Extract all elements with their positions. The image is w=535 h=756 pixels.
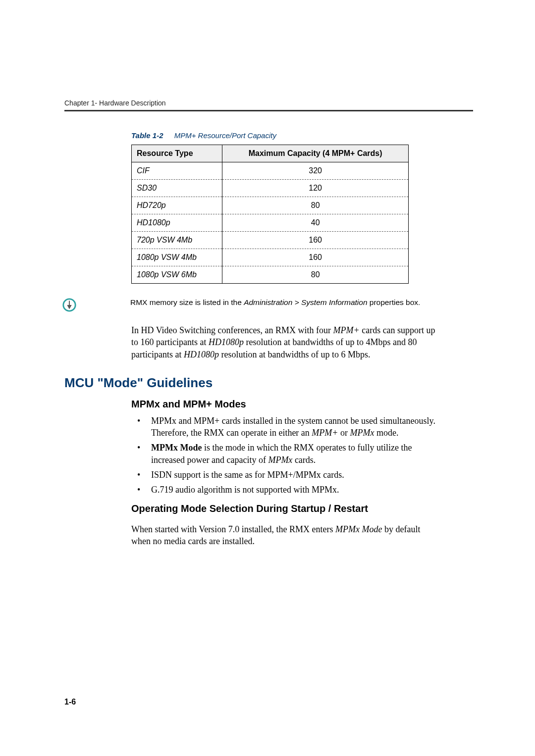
- capacity-cell: 160: [222, 232, 409, 249]
- note-text: RMX memory size is listed in the Adminis…: [130, 298, 420, 308]
- table-row: 720p VSW 4Mb 160: [132, 232, 409, 249]
- para-text: When started with Version 7.0 installed,…: [131, 524, 335, 534]
- list-text: MPM+: [312, 428, 338, 438]
- list-text: MPMx Mode: [151, 443, 202, 453]
- table-row: CIF 320: [132, 162, 409, 180]
- table-row: 1080p VSW 4Mb 160: [132, 249, 409, 266]
- capacity-cell: 320: [222, 162, 409, 180]
- list-text: mode.: [374, 428, 398, 438]
- table-caption: Table 1-2 MPM+ Resource/Port Capacity: [131, 131, 473, 140]
- note-mid: Administration > System Information: [244, 298, 367, 306]
- capacity-table: Resource Type Maximum Capacity (4 MPM+ C…: [131, 145, 409, 284]
- section-heading: MCU "Mode" Guidelines: [64, 375, 473, 391]
- resource-type-cell: 720p VSW 4Mb: [132, 232, 222, 249]
- list-item: MPMx Mode is the mode in which the RMX o…: [145, 442, 442, 466]
- body-block: In HD Video Switching conferences, an RM…: [131, 324, 473, 360]
- body-paragraph: In HD Video Switching conferences, an RM…: [131, 324, 438, 360]
- capacity-cell: 160: [222, 249, 409, 266]
- para-text: MPMx Mode: [335, 524, 382, 534]
- page: Chapter 1- Hardware Description Table 1-…: [0, 0, 535, 756]
- para-text: HD1080p: [209, 337, 244, 347]
- list-text: MPMx: [268, 455, 292, 465]
- para-text: In HD Video Switching conferences, an RM…: [131, 325, 333, 335]
- para-text: resolution at bandwidths of up to 6 Mbps…: [219, 350, 370, 359]
- resource-type-cell: CIF: [132, 162, 222, 180]
- note-pre: RMX memory size is listed in the: [130, 298, 244, 306]
- bullet-list: MPMx and MPM+ cards installed in the sys…: [131, 415, 442, 496]
- resource-type-cell: 1080p VSW 6Mb: [132, 266, 222, 284]
- capacity-cell: 80: [222, 197, 409, 214]
- top-rule: [64, 110, 473, 111]
- subsection-heading: Operating Mode Selection During Startup …: [131, 503, 473, 514]
- info-icon: [62, 298, 77, 312]
- table-row: HD720p 80: [132, 197, 409, 214]
- list-item: G.719 audio algorithm is not supported w…: [145, 484, 442, 496]
- chapter-label: Chapter 1- Hardware Description: [64, 99, 473, 107]
- capacity-cell: 80: [222, 266, 409, 284]
- para-text: HD1080p: [184, 350, 219, 359]
- list-text: or: [338, 428, 350, 438]
- table-caption-label: Table 1-2: [131, 131, 163, 140]
- note-callout: RMX memory size is listed in the Adminis…: [64, 298, 473, 312]
- resource-type-cell: HD1080p: [132, 214, 222, 232]
- capacity-cell: 40: [222, 214, 409, 232]
- table-row: 1080p VSW 6Mb 80: [132, 266, 409, 284]
- subsection-heading: MPMx and MPM+ Modes: [131, 399, 473, 410]
- table-row: HD1080p 40: [132, 214, 409, 232]
- table-caption-title: MPM+ Resource/Port Capacity: [174, 131, 276, 140]
- list-text: cards.: [292, 455, 316, 465]
- table-header-row: Resource Type Maximum Capacity (4 MPM+ C…: [132, 145, 409, 162]
- note-post: properties box.: [368, 298, 421, 306]
- list-item: MPMx and MPM+ cards installed in the sys…: [145, 415, 442, 439]
- resource-type-cell: 1080p VSW 4Mb: [132, 249, 222, 266]
- table-header: Maximum Capacity (4 MPM+ Cards): [222, 145, 409, 162]
- section-body: MPMx and MPM+ Modes MPMx and MPM+ cards …: [131, 399, 473, 547]
- resource-type-cell: HD720p: [132, 197, 222, 214]
- list-text: MPMx: [350, 428, 374, 438]
- capacity-cell: 120: [222, 180, 409, 197]
- resource-type-cell: SD30: [132, 180, 222, 197]
- table-row: SD30 120: [132, 180, 409, 197]
- table-header: Resource Type: [132, 145, 222, 162]
- list-item: ISDN support is the same as for MPM+/MPM…: [145, 469, 442, 481]
- content-block: Table 1-2 MPM+ Resource/Port Capacity Re…: [131, 131, 473, 284]
- para-text: MPM+: [333, 325, 360, 335]
- body-paragraph: When started with Version 7.0 installed,…: [131, 523, 438, 548]
- page-number: 1-6: [64, 698, 76, 706]
